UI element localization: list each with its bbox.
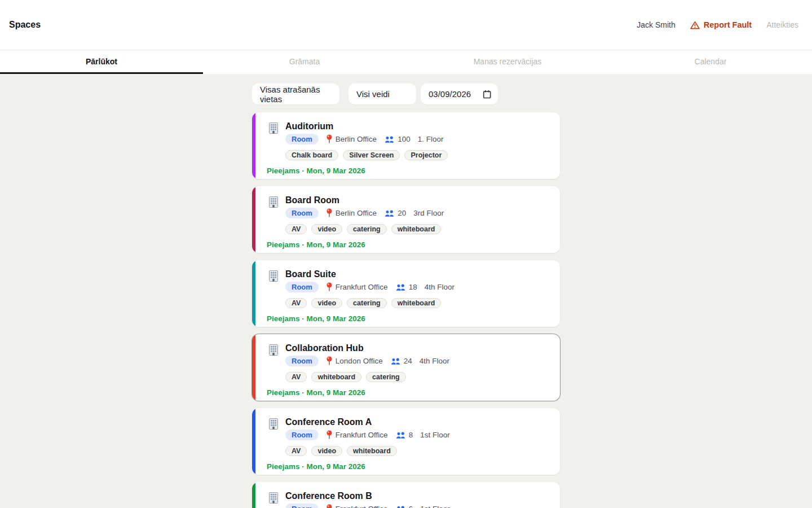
map-pin-icon [326, 282, 333, 292]
room-card-conference-room-a[interactable]: Conference Room A Room [252, 408, 560, 475]
amenity-tags: AV video catering whiteboard [285, 224, 549, 234]
room-type-badge: Room [285, 282, 319, 292]
room-accent-bar [252, 408, 255, 475]
room-capacity: 100 [384, 135, 411, 143]
room-floor: 4th Floor [420, 357, 449, 365]
amenity-tag: video [311, 298, 342, 308]
map-pin-icon [326, 134, 333, 144]
filter-bar: Visas atrašanās vietas Visi veidi 03/09/… [252, 84, 560, 104]
people-capacity-icon [395, 431, 406, 439]
room-capacity: 6 [395, 505, 413, 508]
tab-parlukot[interactable]: Pārlūkot [0, 50, 203, 74]
people-capacity-icon [384, 135, 395, 143]
room-name: Auditorium [285, 121, 443, 132]
room-capacity: 8 [395, 431, 413, 439]
room-type-badge: Room [285, 134, 319, 144]
room-accent-bar [252, 334, 255, 401]
amenity-tag: AV [285, 372, 307, 382]
room-floor: 3rd Floor [413, 209, 444, 217]
location-filter-select[interactable]: Visas atrašanās vietas [252, 84, 339, 104]
map-pin-icon [326, 356, 333, 366]
amenity-tags: AV video whiteboard [285, 446, 549, 456]
amenity-tag: whiteboard [347, 446, 397, 456]
map-pin-icon [326, 208, 333, 218]
room-list: Auditorium Room [252, 112, 560, 508]
logout-button[interactable]: Atteikties [766, 20, 798, 29]
room-location: Frankfurt Office [326, 504, 388, 508]
availability-status: Pieejams · Mon, 9 Mar 2026 [267, 388, 549, 397]
calendar-icon[interactable] [483, 90, 491, 99]
browse-content: Visas atrašanās vietas Visi veidi 03/09/… [0, 74, 812, 508]
date-value: 03/09/2026 [429, 89, 471, 99]
availability-status: Pieejams · Mon, 9 Mar 2026 [267, 167, 549, 175]
room-capacity: 18 [395, 283, 417, 291]
amenity-tags: AV video catering whiteboard [285, 298, 549, 308]
amenity-tag: catering [347, 224, 387, 234]
amenity-tag: whiteboard [391, 298, 442, 308]
date-filter-input[interactable]: 03/09/2026 [421, 84, 498, 104]
room-name: Conference Room B [285, 491, 450, 501]
office-building-icon [267, 343, 280, 366]
amenity-tag: catering [347, 298, 387, 308]
room-location: Frankfurt Office [326, 430, 388, 440]
warning-triangle-icon [690, 21, 700, 29]
people-capacity-icon [395, 505, 406, 508]
amenity-tags: AV whiteboard catering [285, 372, 549, 382]
map-pin-icon [326, 504, 333, 508]
availability-status: Pieejams · Mon, 9 Mar 2026 [267, 240, 549, 249]
room-name: Board Suite [285, 269, 454, 279]
report-fault-button[interactable]: Report Fault [690, 20, 752, 29]
room-accent-bar [252, 482, 255, 508]
tab-gramata[interactable]: Grāmata [203, 50, 406, 74]
office-building-icon [267, 269, 280, 292]
room-floor: 1st Floor [420, 431, 450, 439]
amenity-tag: AV [285, 298, 307, 308]
tab-calendar[interactable]: Calendar [609, 50, 812, 74]
room-card-board-suite[interactable]: Board Suite Room [252, 260, 560, 327]
room-location: London Office [326, 356, 383, 366]
room-card-conference-room-b[interactable]: Conference Room B Room [252, 482, 560, 508]
header-actions: Jack Smith Report Fault Atteikties [637, 20, 798, 29]
room-card-auditorium[interactable]: Auditorium Room [252, 112, 560, 179]
room-accent-bar [252, 186, 255, 253]
room-type-badge: Room [285, 356, 319, 366]
amenity-tags: Chalk board Silver Screen Projector [285, 150, 549, 160]
people-capacity-icon [384, 209, 395, 217]
room-accent-bar [252, 112, 255, 179]
office-building-icon [267, 195, 280, 218]
type-filter-select[interactable]: Visi veidi [348, 84, 416, 104]
main-tabs: Pārlūkot Grāmata Manas rezervācijas Cale… [0, 50, 812, 74]
room-name: Conference Room A [285, 417, 450, 427]
office-building-icon [267, 417, 280, 440]
report-fault-label: Report Fault [704, 20, 752, 29]
amenity-tag: Projector [404, 150, 448, 160]
room-capacity: 24 [390, 357, 412, 365]
availability-status: Pieejams · Mon, 9 Mar 2026 [267, 314, 549, 323]
user-name: Jack Smith [637, 20, 675, 29]
amenity-tag: whiteboard [391, 224, 442, 234]
room-floor: 1. Floor [418, 135, 444, 143]
amenity-tag: Chalk board [285, 150, 338, 160]
room-accent-bar [252, 260, 255, 327]
office-building-icon [267, 491, 280, 508]
room-card-collaboration-hub[interactable]: Collaboration Hub Room [252, 334, 560, 401]
app-title: Spaces [9, 20, 41, 30]
amenity-tag: AV [285, 224, 307, 234]
room-type-badge: Room [285, 208, 319, 218]
map-pin-icon [326, 430, 333, 440]
availability-status: Pieejams · Mon, 9 Mar 2026 [267, 462, 549, 471]
room-name: Collaboration Hub [285, 343, 449, 353]
room-location: Frankfurt Office [326, 282, 388, 292]
room-type-badge: Room [285, 430, 319, 440]
room-floor: 1st Floor [420, 505, 450, 508]
room-capacity: 20 [384, 209, 406, 217]
room-location: Berlin Office [326, 208, 377, 218]
room-location: Berlin Office [326, 134, 377, 144]
tab-manas-rezervacijas[interactable]: Manas rezervācijas [406, 50, 609, 74]
room-name: Board Room [285, 195, 444, 205]
room-type-badge: Room [285, 503, 319, 508]
amenity-tag: Silver Screen [343, 150, 400, 160]
amenity-tag: video [311, 224, 342, 234]
amenity-tag: AV [285, 446, 307, 456]
room-card-board-room[interactable]: Board Room Room [252, 186, 560, 253]
